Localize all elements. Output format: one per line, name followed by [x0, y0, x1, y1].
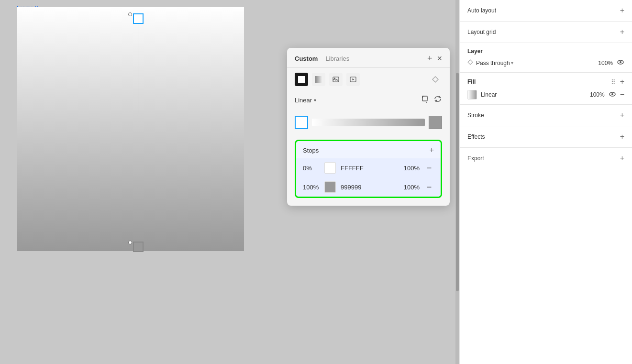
color-type-icons: [295, 73, 360, 86]
fill-title: Fill: [467, 78, 476, 85]
stop-row-0: 0% FFFFFF 100% −: [296, 158, 441, 177]
picker-header-icons: + ×: [427, 54, 442, 64]
fill-header: Fill ⠿ +: [467, 77, 624, 86]
picker-tabs: Custom Libraries: [295, 55, 349, 62]
fill-row-icons: −: [609, 90, 624, 99]
svg-point-7: [620, 61, 621, 63]
stroke-section: Stroke +: [460, 105, 632, 126]
opacity-icon[interactable]: [429, 73, 442, 86]
picker-add-button[interactable]: +: [427, 54, 432, 64]
layer-blend-label: Pass through: [476, 60, 510, 66]
stroke-add-button[interactable]: +: [620, 111, 624, 119]
layer-blend-icon: [467, 59, 473, 66]
stop-0-remove-button[interactable]: −: [424, 164, 434, 172]
stop-0-swatch[interactable]: [324, 162, 336, 174]
stop-0-hex[interactable]: FFFFFF: [341, 165, 396, 172]
scrollbar-thumb[interactable]: [456, 73, 459, 291]
gradient-type-label: Linear: [295, 97, 312, 104]
gradient-type-selector[interactable]: Linear ▾: [295, 97, 316, 104]
layer-title: Layer: [467, 48, 624, 55]
stops-header: Stops +: [296, 141, 441, 158]
stops-section: Stops + 0% FFFFFF 100% − 100% 999999 100…: [295, 140, 442, 198]
stops-title: Stops: [303, 147, 319, 154]
gradient-handle-top-dot: [128, 12, 132, 16]
stop-0-opacity[interactable]: 100%: [400, 165, 420, 172]
color-type-video[interactable]: [346, 73, 360, 86]
stop-1-remove-button[interactable]: −: [424, 183, 434, 191]
gradient-crop-icon[interactable]: [421, 95, 430, 105]
layer-right: 100%: [598, 58, 624, 67]
stop-0-percent: 0%: [303, 165, 320, 172]
auto-layout-section: Auto layout +: [460, 0, 632, 22]
stop-row-1: 100% 999999 100% −: [296, 177, 441, 197]
color-type-row: [287, 68, 450, 91]
auto-layout-add-button[interactable]: +: [620, 7, 624, 14]
gradient-line: [138, 18, 138, 242]
layout-grid-section: Layout grid +: [460, 22, 632, 43]
canvas-scrollbar[interactable]: [455, 0, 459, 364]
layer-section: Layer Pass through ▾ 100%: [460, 43, 632, 73]
svg-rect-5: [422, 96, 427, 101]
color-type-image[interactable]: [329, 73, 343, 86]
export-section: Export +: [460, 148, 632, 169]
export-add-button[interactable]: +: [620, 154, 624, 162]
svg-rect-1: [315, 76, 322, 83]
layout-grid-add-button[interactable]: +: [620, 28, 624, 36]
gradient-handle-top[interactable]: [133, 13, 144, 24]
stop-1-hex[interactable]: 999999: [341, 184, 396, 191]
layer-opacity-value[interactable]: 100%: [598, 60, 613, 66]
fill-opacity-value[interactable]: 100%: [590, 91, 605, 98]
fill-type-label[interactable]: Linear: [481, 91, 586, 98]
auto-layout-label: Auto layout: [467, 7, 496, 14]
effects-section: Effects +: [460, 126, 632, 148]
layer-blend-chevron: ▾: [511, 60, 513, 66]
fill-add-button[interactable]: +: [620, 77, 624, 86]
color-picker-popup: Custom Libraries + ×: [287, 48, 450, 206]
effects-label: Effects: [467, 133, 485, 140]
layer-visibility-button[interactable]: [617, 58, 624, 67]
fill-visibility-button[interactable]: [609, 90, 616, 99]
fill-swatch[interactable]: [467, 90, 477, 99]
layer-blend-mode[interactable]: Pass through ▾: [476, 60, 513, 66]
layer-row: Pass through ▾ 100%: [467, 58, 624, 67]
gradient-track[interactable]: [312, 119, 425, 126]
gradient-handle-bottom-dot: [128, 241, 132, 244]
stroke-label: Stroke: [467, 112, 484, 119]
layout-grid-label: Layout grid: [467, 29, 496, 35]
color-type-solid[interactable]: [295, 73, 308, 86]
stop-1-percent: 100%: [303, 184, 320, 191]
gradient-stops-bar: [295, 113, 442, 132]
svg-rect-0: [298, 76, 305, 83]
export-label: Export: [467, 155, 484, 162]
tab-custom[interactable]: Custom: [295, 55, 318, 62]
stop-1-swatch[interactable]: [324, 181, 336, 193]
gradient-stop-handle-gray[interactable]: [429, 116, 442, 129]
tab-libraries[interactable]: Libraries: [325, 55, 349, 62]
gradient-swap-icon[interactable]: [433, 95, 442, 105]
gradient-handle-bottom[interactable]: [133, 242, 144, 252]
fill-grid-icon: ⠿: [611, 78, 616, 86]
picker-header: Custom Libraries + ×: [287, 48, 450, 68]
gradient-stop-handle-white[interactable]: [295, 116, 308, 129]
svg-point-9: [611, 93, 613, 95]
gradient-frame: [17, 7, 244, 251]
stops-add-button[interactable]: +: [430, 146, 434, 154]
right-panel: Auto layout + Layout grid + Layer Pass t…: [459, 0, 632, 364]
fill-remove-button[interactable]: −: [620, 90, 624, 99]
gradient-type-chevron: ▾: [314, 98, 316, 103]
fill-section: Fill ⠿ + Linear 100% −: [460, 73, 632, 105]
effects-add-button[interactable]: +: [620, 133, 624, 141]
stop-1-opacity[interactable]: 100%: [400, 184, 420, 191]
gradient-bar-area: [287, 109, 450, 136]
fill-row: Linear 100% −: [467, 90, 624, 99]
layer-left: Pass through ▾: [467, 59, 513, 66]
fill-header-icons: ⠿ +: [611, 77, 624, 86]
gradient-type-row: Linear ▾: [287, 91, 450, 109]
color-type-gradient[interactable]: [312, 73, 325, 86]
picker-close-button[interactable]: ×: [437, 54, 442, 64]
gradient-type-action-icons: [421, 95, 442, 105]
